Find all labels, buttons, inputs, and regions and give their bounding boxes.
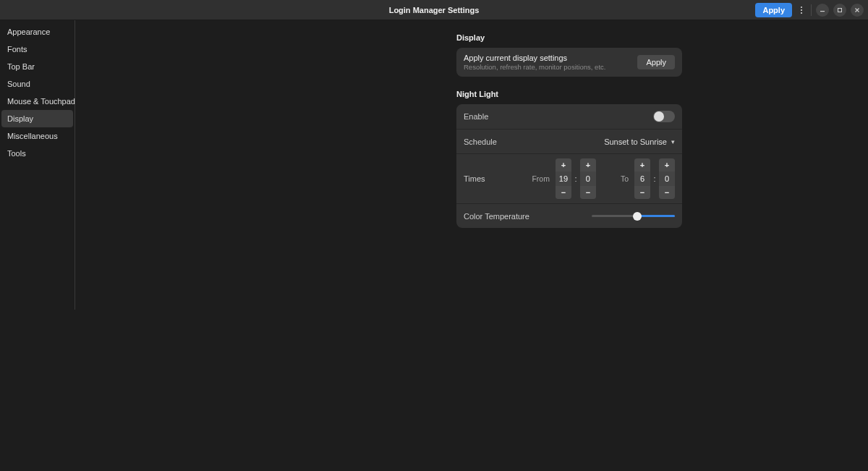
sidebar-item-fonts[interactable]: Fonts	[1, 41, 73, 58]
menu-button[interactable]	[796, 2, 807, 18]
to-hour-stepper: + −	[634, 158, 650, 199]
to-hour-minus[interactable]: −	[634, 186, 650, 199]
window-title: Login Manager Settings	[0, 6, 868, 14]
slider-thumb	[633, 212, 642, 221]
apply-display-row: Apply current display settings Resolutio…	[456, 48, 682, 77]
from-hour-stepper: + −	[556, 158, 571, 199]
sidebar-item-display[interactable]: Display	[1, 110, 73, 127]
from-group: From + − : + −	[532, 158, 596, 199]
enable-label: Enable	[464, 112, 646, 121]
from-hour-input[interactable]	[556, 171, 571, 186]
to-hour-input[interactable]	[634, 171, 650, 186]
schedule-value: Sunset to Sunrise	[604, 137, 667, 146]
switch-knob	[654, 111, 664, 122]
from-min-plus[interactable]: +	[580, 158, 596, 171]
to-min-plus[interactable]: +	[659, 158, 675, 171]
apply-display-title: Apply current display settings	[464, 54, 630, 62]
colon: :	[653, 174, 656, 183]
apply-display-subtitle: Resolution, refresh rate, monitor positi…	[464, 63, 630, 71]
sidebar-item-miscellaneous[interactable]: Miscellaneous	[1, 127, 73, 145]
from-hour-minus[interactable]: −	[556, 186, 571, 199]
to-min-input[interactable]	[659, 171, 675, 186]
to-min-minus[interactable]: −	[659, 186, 675, 199]
color-temp-row: Color Temperature	[456, 203, 682, 228]
section-title-display: Display	[456, 33, 682, 42]
chevron-down-icon: ▾	[671, 138, 675, 145]
maximize-button[interactable]	[833, 4, 846, 17]
night-light-card: Enable Schedule Sunset to Sunrise ▾ Time…	[456, 104, 682, 228]
sidebar-item-mouse-touchpad[interactable]: Mouse & Touchpad	[1, 93, 73, 110]
from-label: From	[532, 174, 550, 183]
from-min-input[interactable]	[580, 171, 596, 186]
to-min-stepper: + −	[659, 158, 675, 199]
times-row: Times From + − : + −	[456, 153, 682, 203]
svg-rect-0	[820, 11, 825, 12]
sidebar: Appearance Fonts Top Bar Sound Mouse & T…	[0, 20, 75, 310]
schedule-row: Schedule Sunset to Sunrise ▾	[456, 129, 682, 153]
colon: :	[574, 174, 577, 183]
times-label: Times	[464, 174, 524, 183]
enable-switch[interactable]	[653, 111, 675, 122]
display-card: Apply current display settings Resolutio…	[456, 48, 682, 77]
content-inner: Display Apply current display settings R…	[456, 33, 682, 471]
close-button[interactable]	[851, 4, 864, 17]
content: Display Apply current display settings R…	[75, 20, 868, 471]
sidebar-item-sound[interactable]: Sound	[1, 75, 73, 93]
section-title-night-light: Night Light	[456, 90, 682, 98]
headerbar-apply-button[interactable]: Apply	[755, 3, 792, 17]
color-temp-label: Color Temperature	[464, 212, 584, 221]
schedule-label: Schedule	[464, 137, 597, 146]
enable-row: Enable	[456, 104, 682, 129]
main-area: Appearance Fonts Top Bar Sound Mouse & T…	[0, 20, 868, 471]
to-hour-plus[interactable]: +	[634, 158, 650, 171]
close-icon	[854, 7, 860, 13]
apply-display-text: Apply current display settings Resolutio…	[464, 54, 630, 71]
apply-display-button[interactable]: Apply	[637, 55, 675, 69]
maximize-icon	[837, 7, 843, 13]
sidebar-item-appearance[interactable]: Appearance	[1, 23, 73, 41]
slider-fill	[637, 215, 675, 217]
to-label: To	[621, 174, 629, 183]
minimize-button[interactable]	[816, 4, 829, 17]
sidebar-item-top-bar[interactable]: Top Bar	[1, 58, 73, 75]
headerbar: Login Manager Settings Apply	[0, 0, 868, 20]
from-min-minus[interactable]: −	[580, 186, 596, 199]
schedule-dropdown[interactable]: Sunset to Sunrise ▾	[604, 137, 675, 146]
color-temp-slider[interactable]	[592, 211, 675, 221]
minimize-icon	[820, 7, 825, 13]
svg-rect-1	[838, 8, 842, 12]
sidebar-item-tools[interactable]: Tools	[1, 145, 73, 162]
from-hour-plus[interactable]: +	[556, 158, 571, 171]
to-group: To + − : + −	[621, 158, 675, 199]
separator	[811, 4, 812, 16]
headerbar-right: Apply	[755, 2, 864, 18]
from-min-stepper: + −	[580, 158, 596, 199]
